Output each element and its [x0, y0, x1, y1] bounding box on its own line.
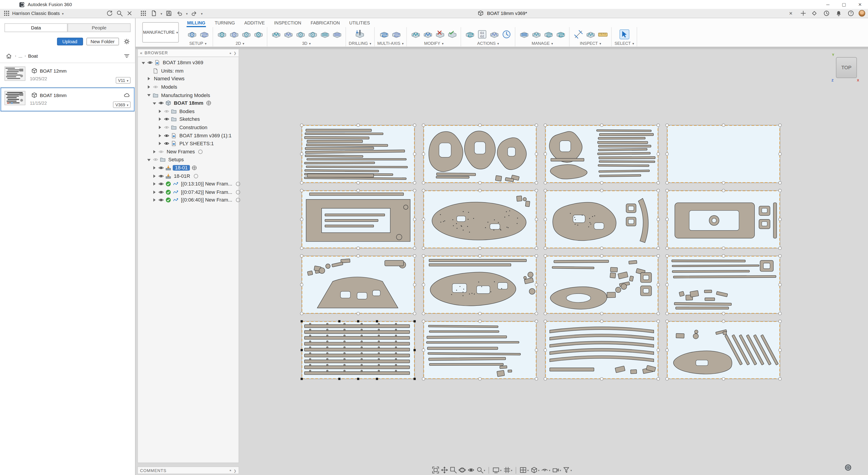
group-label-modify[interactable]: MODIFY▾	[424, 41, 443, 46]
ribbon-tab-inspection[interactable]: INSPECTION	[274, 20, 302, 27]
adaptive-icon[interactable]	[270, 28, 282, 40]
team-name[interactable]: Harrison Classic Boats	[12, 11, 60, 16]
radio-icon[interactable]	[197, 149, 203, 154]
breadcrumb-ellipsis[interactable]: ...	[19, 53, 22, 58]
group-label-drilling[interactable]: DRILLING▾	[349, 41, 371, 46]
parallel-icon[interactable]	[294, 28, 306, 40]
tree-item-label[interactable]: [(0:06:40)] New Fram...	[180, 198, 233, 203]
tree-item-label[interactable]: PLY SHEETS:1	[178, 141, 215, 146]
tree-item-boat-18mm-v369[interactable]: BOAT 18mm v369	[139, 59, 238, 67]
tree-item-sketches[interactable]: Sketches	[139, 115, 238, 123]
radio-icon[interactable]	[235, 198, 241, 203]
expander-closed-icon[interactable]	[147, 85, 151, 89]
notifications-bell-icon[interactable]	[834, 9, 843, 18]
contour-icon[interactable]	[307, 28, 318, 40]
new-folder-button[interactable]: New Folder	[86, 37, 119, 45]
group-label-select[interactable]: SELECT▾	[615, 41, 634, 46]
file-menu-icon[interactable]	[149, 9, 158, 18]
eye-icon[interactable]	[164, 117, 169, 122]
version-chip[interactable]: V369▾	[113, 101, 131, 108]
target-icon[interactable]	[191, 165, 197, 171]
eye-icon[interactable]	[164, 141, 169, 146]
eye-icon[interactable]	[158, 189, 164, 195]
eyeoff-icon[interactable]	[158, 149, 164, 154]
settings-gear-icon[interactable]	[122, 37, 131, 46]
post-icon[interactable]: G1G2	[476, 28, 488, 40]
group-label-manage[interactable]: MANAGE▾	[532, 41, 553, 46]
tree-item-0-07-42-new-fram[interactable]: [(0:07:42)] New Fram...	[139, 188, 238, 196]
expander-closed-icon[interactable]	[152, 174, 157, 178]
view-cube-face[interactable]: TOP	[836, 57, 857, 78]
nesting-sheet-2[interactable]	[423, 125, 536, 183]
viewports-icon[interactable]: ▾	[520, 467, 528, 474]
tree-item-label[interactable]: BOAT 18mm v369	[162, 60, 204, 65]
nesting-sheet-1[interactable]	[302, 125, 415, 183]
expander-open-icon[interactable]	[141, 61, 146, 65]
tree-item-boat-18mm-v369-1-1[interactable]: BOAT 18mm v369 (1):1	[139, 131, 238, 140]
orbit-icon[interactable]	[458, 467, 466, 474]
tree-item-label[interactable]: Units: mm	[160, 68, 185, 73]
project-item-boat-12mm[interactable]: BOAT 12mm 10/25/22 V11▾	[0, 63, 135, 87]
tab-data[interactable]: Data	[4, 23, 68, 32]
minimize-button[interactable]: ─	[820, 0, 836, 9]
pocket2d-icon[interactable]	[240, 28, 252, 40]
tree-item-0-13-10-new-fram[interactable]: [(0:13:10)] New Fram...	[139, 180, 238, 188]
drill-icon[interactable]	[354, 28, 366, 40]
horizontal-icon[interactable]	[319, 28, 331, 40]
tree-item-label[interactable]: 18-01	[173, 165, 190, 171]
tools-icon[interactable]	[518, 28, 530, 40]
group-label-inspect[interactable]: INSPECT▾	[580, 41, 601, 46]
tree-item-label[interactable]: BOAT 18mm	[173, 100, 204, 106]
tree-item-bodies[interactable]: Bodies	[139, 107, 238, 115]
eye-icon[interactable]	[164, 133, 169, 138]
expander-closed-icon[interactable]	[152, 182, 157, 186]
ribbon-tab-additive[interactable]: ADDITIVE	[244, 20, 265, 27]
visual-style-icon[interactable]: ▾	[530, 467, 539, 474]
nesting-sheet-10[interactable]	[423, 256, 536, 314]
ribbon-tab-utilities[interactable]: UTILITIES	[349, 20, 370, 27]
nesting-sheet-7[interactable]	[545, 190, 658, 248]
nesting-sheet-5[interactable]	[302, 190, 415, 248]
comments-resize-grip[interactable]: ❯	[234, 469, 236, 472]
new-folder-icon[interactable]	[198, 28, 210, 40]
tab-people[interactable]: People	[68, 23, 131, 32]
tree-item-label[interactable]: Models	[160, 84, 178, 90]
expander-closed-icon[interactable]	[158, 141, 162, 146]
nesting-sheet-4[interactable]	[667, 125, 780, 183]
adaptive2d-icon[interactable]	[228, 28, 240, 40]
user-avatar[interactable]	[859, 10, 865, 17]
tree-item-label[interactable]: Setups	[167, 157, 185, 162]
new-setup-icon[interactable]	[186, 28, 197, 40]
radio-icon[interactable]	[235, 189, 241, 195]
tree-item-label[interactable]: Bodies	[178, 109, 196, 114]
tree-item-new-frames[interactable]: New Frames	[139, 148, 238, 156]
display-settings-icon[interactable]: ▾	[492, 467, 501, 474]
expander-closed-icon[interactable]	[152, 149, 157, 154]
group-label-setup[interactable]: SETUP▾	[189, 41, 207, 46]
tree-item-manufacturing-models[interactable]: Manufacturing Models	[139, 91, 238, 99]
swarf-icon[interactable]	[379, 28, 390, 40]
expander-closed-icon[interactable]	[158, 125, 162, 130]
document-tab[interactable]: BOAT 18mm v369*	[476, 9, 527, 18]
templates-icon[interactable]	[530, 28, 542, 40]
tree-item-label[interactable]: Named Views	[153, 76, 186, 82]
tree-item-18-01[interactable]: 18-01	[139, 164, 238, 172]
version-chip[interactable]: V11▾	[116, 77, 131, 84]
save-icon[interactable]	[164, 9, 173, 18]
trim-icon[interactable]	[422, 28, 434, 40]
fit-view-icon[interactable]	[432, 467, 439, 474]
ribbon-tab-milling[interactable]: MILLING	[186, 20, 206, 27]
project-item-boat-18mm[interactable]: BOAT 18mm 11/15/22 V369▾	[0, 87, 135, 112]
home-icon[interactable]	[4, 52, 13, 60]
expander-closed-icon[interactable]	[158, 117, 162, 122]
nesting-sheet-9[interactable]	[302, 256, 415, 314]
new-tab-icon[interactable]	[799, 9, 807, 18]
edit-icon[interactable]	[410, 28, 421, 40]
redo-icon[interactable]	[190, 9, 198, 18]
eyeoff-icon[interactable]	[164, 125, 169, 130]
help-icon[interactable]: ?	[846, 9, 855, 18]
tree-item-label[interactable]: Manufacturing Models	[160, 92, 211, 98]
expander-closed-icon[interactable]	[152, 166, 157, 170]
tree-item-units-mm[interactable]: Units: mm	[139, 67, 238, 75]
tree-item-setups[interactable]: Setups	[139, 156, 238, 164]
